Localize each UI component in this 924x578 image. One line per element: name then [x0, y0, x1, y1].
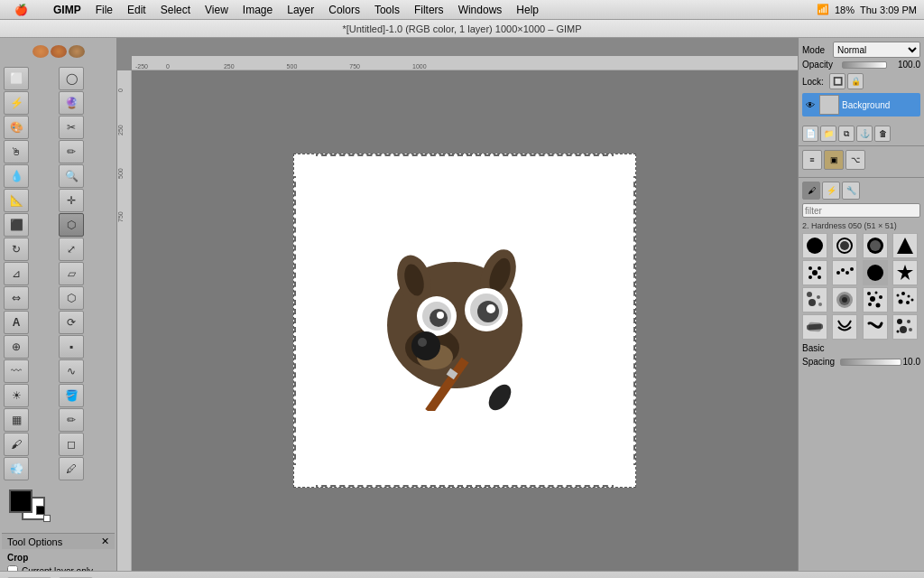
tool-clone[interactable]: ⊕ — [4, 335, 29, 359]
menu-windows[interactable]: Windows — [451, 2, 510, 18]
tool-free-select[interactable]: ⚡ — [4, 91, 29, 115]
right-panel: Mode Normal Opacity 100.0 Lock: 🔲 🔒 👁 — [798, 38, 924, 571]
brush-cell-12[interactable] — [892, 287, 918, 312]
tool-pencil[interactable]: ✏ — [59, 408, 84, 432]
menu-help[interactable]: Help — [509, 2, 546, 18]
menu-edit[interactable]: Edit — [120, 2, 153, 18]
spacing-slider[interactable] — [840, 359, 901, 366]
tool-cage-transform[interactable]: ⬡ — [59, 286, 84, 310]
opacity-slider[interactable] — [842, 61, 887, 69]
paths-tab[interactable]: ⌥ — [845, 150, 865, 170]
brush-cell-2[interactable] — [832, 233, 857, 258]
tool-eraser[interactable]: ◻ — [59, 433, 84, 456]
menu-layer[interactable]: Layer — [280, 2, 321, 18]
brush-cell-16[interactable] — [892, 314, 918, 340]
swap-colors-icon[interactable] — [36, 506, 45, 515]
menu-filters[interactable]: Filters — [407, 2, 451, 18]
anchor-layer-button[interactable]: ⚓ — [856, 126, 873, 142]
tool-rect-select[interactable]: ⬜ — [4, 67, 29, 90]
tool-measure[interactable]: 📐 — [4, 189, 29, 212]
brush-cell-14[interactable] — [832, 314, 857, 340]
brush-cell-10[interactable] — [832, 287, 857, 312]
tool-align[interactable]: ⬛ — [4, 213, 29, 237]
tool-ellipse-select[interactable]: ◯ — [59, 67, 84, 90]
menu-file[interactable]: File — [88, 2, 120, 18]
brush-dynamics-tab[interactable]: ⚡ — [822, 182, 840, 200]
tool-dodge-burn[interactable]: ☀ — [4, 384, 29, 407]
tool-blend[interactable]: ▦ — [4, 408, 29, 432]
window-title: *[Untitled]-1.0 (RGB color, 1 layer) 100… — [342, 23, 581, 34]
brush-cell-5[interactable] — [802, 260, 827, 285]
tool-crop[interactable]: ⬡ — [59, 213, 84, 237]
main-layout: ⬜ ◯ ⚡ 🔮 🎨 ✂ 🖱 ✏ 💧 🔍 📐 ✛ ⬛ ⬡ ↻ ⤢ ⊿ ▱ ⇔ ⬡ … — [0, 38, 924, 571]
tool-airbrush[interactable]: 💨 — [4, 457, 29, 480]
menu-colors[interactable]: Colors — [321, 2, 367, 18]
svg-point-29 — [808, 275, 812, 279]
new-layer-button[interactable]: 📄 — [802, 126, 818, 142]
tool-scale[interactable]: ⤢ — [59, 238, 84, 261]
duplicate-layer-button[interactable]: ⧉ — [838, 126, 855, 142]
tool-shear[interactable]: ⊿ — [4, 262, 29, 285]
brush-cell-6[interactable] — [832, 260, 857, 285]
tool-perspective-clone[interactable]: ▪ — [59, 335, 84, 359]
delete-layer-button[interactable]: 🗑 — [874, 126, 891, 142]
brush-filter-input[interactable] — [802, 203, 920, 218]
brush-cell-star[interactable] — [892, 260, 918, 285]
brush-cell-11[interactable] — [863, 287, 888, 312]
menu-tools[interactable]: Tools — [367, 2, 407, 18]
tool-smudge[interactable]: ∿ — [59, 359, 84, 383]
mode-select[interactable]: Normal — [833, 42, 920, 58]
menu-select[interactable]: Select — [153, 2, 198, 18]
brush-cell-15[interactable] — [863, 314, 888, 340]
svg-point-59 — [907, 320, 910, 323]
brush-cell-7[interactable] — [863, 260, 888, 285]
tool-blur[interactable]: 〰 — [4, 359, 29, 383]
tool-heal[interactable]: ⟳ — [59, 311, 84, 334]
tool-perspective[interactable]: ▱ — [59, 262, 84, 285]
canvas-viewport[interactable] — [132, 70, 798, 571]
reset-colors-icon[interactable] — [43, 515, 51, 522]
layer-visibility-icon[interactable]: 👁 — [804, 98, 817, 111]
tool-presets-tab[interactable]: 🔧 — [842, 182, 860, 200]
brush-cell-1[interactable] — [802, 233, 827, 258]
brush-presets-tab[interactable]: 🖌 — [802, 182, 820, 200]
tool-color-picker[interactable]: 💧 — [4, 164, 29, 188]
horizontal-ruler: -250 0 250 500 750 1000 — [132, 56, 798, 70]
tool-fuzzy-select[interactable]: 🔮 — [59, 91, 84, 115]
tool-rotate[interactable]: ↻ — [4, 238, 29, 261]
tool-zoom[interactable]: 🔍 — [59, 164, 84, 188]
menu-image[interactable]: Image — [236, 2, 280, 18]
folder-icon[interactable]: 📁 — [820, 126, 836, 142]
lock-pixels-button[interactable]: 🔲 — [829, 73, 845, 89]
canvas-content[interactable] — [293, 154, 636, 488]
brush-cell-4[interactable] — [892, 233, 918, 258]
tool-paths[interactable]: ✏ — [59, 140, 84, 163]
crop-handle-topright[interactable] — [614, 154, 635, 176]
lock-position-button[interactable]: 🔒 — [847, 73, 864, 89]
crop-handle-topleft[interactable] — [294, 154, 316, 176]
foreground-color-swatch[interactable] — [9, 489, 32, 513]
crop-handle-bottomleft[interactable] — [294, 465, 316, 487]
channels-tab[interactable]: ▣ — [824, 150, 844, 170]
tool-options-close[interactable]: ✕ — [101, 536, 109, 547]
tool-ink[interactable]: 🖊 — [59, 457, 84, 480]
brush-cell-3[interactable] — [863, 233, 888, 258]
tool-move[interactable]: ✛ — [59, 189, 84, 212]
brush-cell-13[interactable] — [802, 314, 827, 340]
tool-text[interactable]: A — [4, 311, 29, 334]
layer-row[interactable]: 👁 Background — [802, 93, 920, 117]
crop-handle-bottomright[interactable] — [614, 465, 635, 487]
menu-gimp[interactable]: GIMP — [46, 2, 88, 18]
tool-foreground-select[interactable]: 🖱 — [4, 140, 29, 163]
apple-menu[interactable]: 🍎 — [7, 2, 35, 18]
tool-bucket-fill[interactable]: 🪣 — [59, 384, 84, 407]
tool-scissors[interactable]: ✂ — [59, 116, 84, 139]
menu-view[interactable]: View — [198, 2, 236, 18]
layers-tab[interactable]: ≡ — [802, 150, 822, 170]
brush-cell-9[interactable] — [802, 287, 827, 312]
tool-paintbrush[interactable]: 🖌 — [4, 433, 29, 456]
current-layer-only-checkbox[interactable] — [7, 565, 18, 571]
tool-flip[interactable]: ⇔ — [4, 286, 29, 310]
svg-point-18 — [485, 380, 516, 411]
tool-select-by-color[interactable]: 🎨 — [4, 116, 29, 139]
